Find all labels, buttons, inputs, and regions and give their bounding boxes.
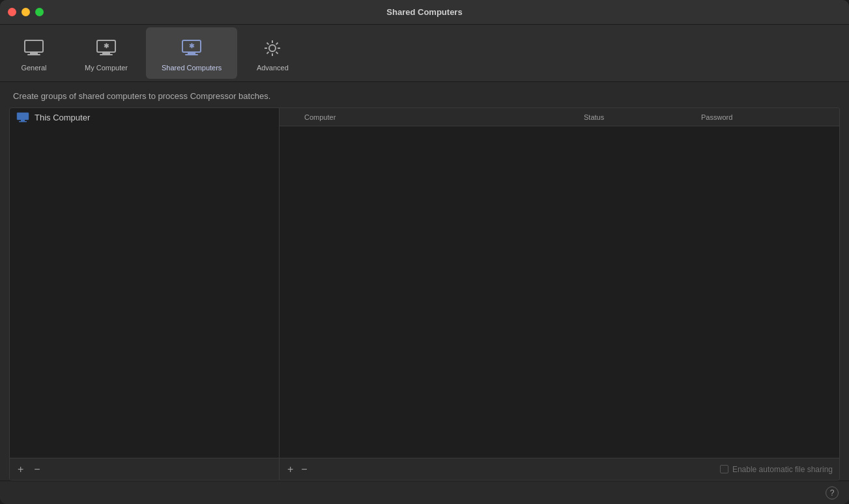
svg-line-18 (276, 42, 278, 44)
remove-computer-button[interactable]: − (300, 464, 308, 475)
groups-panel-footer: + − (10, 458, 279, 480)
window-title: Shared Computers (386, 7, 462, 17)
toolbar: General ✱ My Computer (0, 25, 849, 82)
list-item-label: This Computer (35, 113, 90, 122)
auto-share-label: Enable automatic file sharing (732, 465, 833, 474)
add-group-button[interactable]: + (16, 464, 25, 475)
help-button[interactable]: ? (826, 486, 839, 499)
shared-computers-icon: ✱ (179, 35, 205, 61)
tab-my-computer-label: My Computer (85, 64, 128, 72)
add-computer-button[interactable]: + (286, 464, 295, 475)
svg-text:✱: ✱ (189, 42, 195, 49)
content-area: Create groups of shared computers to pro… (0, 82, 849, 481)
window-footer: ? (0, 481, 849, 504)
svg-rect-22 (19, 121, 27, 122)
svg-rect-9 (185, 54, 198, 55)
tab-shared-computers[interactable]: ✱ Shared Computers (146, 27, 237, 79)
svg-text:✱: ✱ (104, 42, 109, 49)
tab-general-label: General (21, 64, 46, 72)
groups-panel: This Computer + − (9, 107, 280, 481)
general-icon (21, 35, 47, 61)
auto-share-checkbox[interactable] (720, 465, 728, 473)
svg-rect-20 (17, 113, 29, 120)
maximize-button[interactable] (35, 8, 44, 16)
svg-line-17 (276, 51, 278, 53)
tab-my-computer[interactable]: ✱ My Computer (69, 27, 143, 79)
advanced-icon (259, 35, 285, 61)
svg-point-11 (269, 45, 276, 51)
svg-rect-21 (21, 120, 25, 121)
monitor-icon (16, 112, 29, 122)
my-computer-icon: ✱ (93, 35, 119, 61)
svg-rect-2 (27, 54, 40, 55)
svg-line-16 (267, 42, 269, 44)
computers-panel-footer: + − Enable automatic file sharing (280, 458, 839, 480)
status-column-header: Status (579, 113, 696, 121)
svg-rect-0 (25, 40, 43, 52)
computers-panel: Computer Status Password + − Enable auto… (280, 107, 840, 481)
main-window: Shared Computers General (0, 0, 849, 504)
description-text: Create groups of shared computers to pro… (0, 82, 849, 107)
groups-list: This Computer (10, 108, 279, 458)
password-column-header: Password (696, 113, 839, 121)
computer-column-header: Computer (299, 113, 579, 121)
svg-rect-1 (30, 52, 38, 54)
minimize-button[interactable] (22, 8, 30, 16)
tab-shared-computers-label: Shared Computers (162, 64, 222, 72)
auto-share-container: Enable automatic file sharing (720, 465, 833, 474)
checkbox-placeholder (285, 113, 294, 121)
tab-general[interactable]: General (1, 27, 66, 79)
tab-advanced-label: Advanced (257, 64, 289, 72)
panels-container: This Computer + − Computer Status Passwo… (9, 107, 840, 481)
traffic-lights (8, 8, 44, 16)
svg-rect-8 (188, 52, 195, 54)
svg-rect-4 (102, 52, 110, 54)
list-item[interactable]: This Computer (10, 108, 279, 126)
computers-table-body (280, 126, 839, 458)
remove-group-button[interactable]: − (33, 464, 41, 475)
close-button[interactable] (8, 8, 16, 16)
tab-advanced[interactable]: Advanced (240, 27, 305, 79)
checkbox-column-header (280, 113, 299, 121)
titlebar: Shared Computers (0, 0, 849, 25)
svg-line-19 (267, 51, 269, 53)
table-header: Computer Status Password (280, 108, 839, 126)
svg-rect-5 (100, 54, 113, 55)
